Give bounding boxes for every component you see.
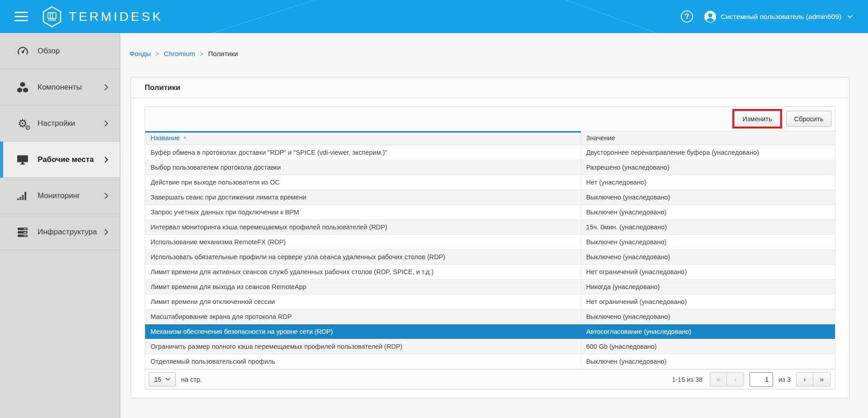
table-row[interactable]: Буфер обмена в протоколах доставки "RDP"… [145, 145, 835, 160]
policy-name-cell: Лимит времени для выхода из сеансов Remo… [145, 280, 581, 294]
table-row[interactable]: Использование механизма RemoteFX (RDP) В… [145, 235, 835, 250]
dashboard-icon [15, 45, 30, 57]
policy-name-cell: Завершать сеанс при достижении лимита вр… [145, 190, 581, 204]
next-page-button[interactable]: › [796, 372, 813, 386]
user-label: Системный пользователь (admin609) [721, 13, 841, 21]
chevron-right-icon [103, 228, 110, 236]
sidebar-item-overview[interactable]: Обзор [0, 33, 120, 69]
policy-name-cell: Механизм обеспечения безопасности на уро… [145, 324, 581, 339]
sidebar-item-infrastructure[interactable]: Инфраструктура [0, 214, 120, 250]
table-row[interactable]: Интервал мониторинга кэша перемещаемых п… [145, 220, 835, 235]
policy-name-cell: Буфер обмена в протоколах доставки "RDP"… [145, 145, 581, 160]
policy-value-cell: Выключено (унаследовано) [581, 309, 835, 324]
servers-icon [15, 226, 30, 238]
policy-name-cell: Запрос учётных данных при подключении к … [145, 205, 581, 219]
policy-value-cell: Выключен (унаследовано) [581, 354, 835, 369]
highlight-annotation: Изменить [732, 109, 782, 128]
page-number-input[interactable] [750, 372, 773, 387]
table-row[interactable]: Лимит времени для активных сеансов служб… [145, 265, 835, 280]
help-button[interactable]: ? [681, 10, 693, 23]
sidebar-item-label: Рабочие места [38, 155, 103, 164]
gears-icon: ⚙⚙ [15, 118, 30, 129]
table-header-row: Название ^ Значение [145, 131, 835, 145]
policy-name-cell: Интервал мониторинга кэша перемещаемых п… [145, 220, 581, 234]
breadcrumb-link-chromium[interactable]: Chromium [164, 50, 195, 57]
page-size-select[interactable]: 15 [149, 372, 176, 386]
sidebar-item-settings[interactable]: ⚙⚙ Настройки [0, 105, 120, 142]
table-row[interactable]: Запрос учётных данных при подключении к … [145, 205, 835, 220]
chevron-down-icon [165, 378, 170, 381]
policy-value-cell: Выключено (унаследовано) [581, 250, 835, 264]
chevron-right-icon [103, 84, 110, 91]
user-menu[interactable]: Системный пользователь (admin609) [704, 10, 853, 23]
policy-value-cell: Нет (унаследовано) [581, 175, 835, 190]
table-row[interactable]: Отделяемый пользовательский профиль Выкл… [145, 354, 835, 369]
cubes-icon [15, 81, 30, 93]
policies-card: Политики Изменить Сбросить Название ^ Зн… [131, 77, 849, 398]
table-row[interactable]: Завершать сеанс при достижении лимита вр… [145, 190, 835, 205]
brand: TERMIDESK [42, 6, 163, 28]
table-row[interactable]: Лимит времени для отключенной сессии Нет… [145, 294, 835, 309]
policies-panel: Изменить Сбросить Название ^ Значение Бу… [145, 106, 835, 390]
policy-name-cell: Лимит времени для активных сеансов служб… [145, 265, 581, 279]
policy-value-cell: Нет ограничений (унаследовано) [581, 294, 835, 309]
policy-value-cell: Выключен (унаследовано) [581, 235, 835, 249]
sidebar-item-monitoring[interactable]: Мониторинг [0, 178, 120, 214]
monitor-icon [15, 154, 30, 166]
bar-chart-icon [15, 190, 30, 202]
policy-name-cell: Отделяемый пользовательский профиль [145, 354, 581, 369]
column-header-name[interactable]: Название ^ [145, 131, 581, 145]
breadcrumb-separator: > [156, 50, 160, 57]
last-page-button[interactable]: » [813, 372, 830, 386]
user-avatar-icon [704, 10, 717, 23]
breadcrumb-current: Политики [208, 50, 238, 57]
per-page-label: на стр. [181, 376, 202, 383]
edit-button[interactable]: Изменить [734, 111, 780, 127]
chevron-right-icon [103, 120, 110, 127]
policy-name-cell: Действие при выходе пользователя из ОС [145, 175, 581, 190]
table-row[interactable]: Лимит времени для выхода из сеансов Remo… [145, 280, 835, 294]
sidebar-item-label: Настройки [38, 119, 103, 128]
sidebar-item-label: Инфраструктура [38, 228, 103, 237]
card-title: Политики [131, 77, 849, 98]
breadcrumb: Фонды > Chromium > Политики [129, 50, 238, 57]
menu-toggle-button[interactable] [14, 9, 28, 24]
table-row[interactable]: Механизм обеспечения безопасности на уро… [145, 324, 835, 339]
policies-toolbar: Изменить Сбросить [145, 107, 835, 131]
chevron-right-icon [103, 156, 110, 163]
sidebar: Обзор Компоненты ⚙⚙ Настройки Рабочие ме… [0, 33, 120, 418]
sidebar-item-workplaces[interactable]: Рабочие места [0, 142, 120, 178]
sidebar-item-components[interactable]: Компоненты [0, 69, 120, 105]
policy-name-cell: Лимит времени для отключенной сессии [145, 294, 581, 309]
policy-name-cell: Выбор пользователем протокола доставки [145, 160, 581, 175]
brand-title: TERMIDESK [69, 10, 163, 24]
table-row[interactable]: Использовать обязательные профили на сер… [145, 250, 835, 265]
chevron-down-icon [847, 15, 853, 19]
range-label: 1-15 из 38 [672, 376, 703, 383]
pagination-bar: 15 на стр. 1-15 из 38 « ‹ из 3 › [145, 369, 835, 389]
termidesk-logo-icon [42, 6, 62, 28]
sidebar-item-label: Обзор [38, 47, 110, 56]
sidebar-item-label: Компоненты [38, 83, 103, 92]
breadcrumb-link-pools[interactable]: Фонды [129, 50, 151, 57]
breadcrumb-separator: > [200, 50, 204, 57]
policy-name-cell: Ограничить размер полного кэша перемещае… [145, 339, 581, 354]
sort-ascending-icon: ^ [184, 135, 186, 142]
policy-value-cell: Автосогласование (унаследовано) [581, 324, 835, 339]
table-row[interactable]: Выбор пользователем протокола доставки Р… [145, 160, 835, 175]
policy-value-cell: Выключено (унаследовано) [581, 190, 835, 204]
policy-value-cell: Разрешено (унаследовано) [581, 160, 835, 175]
column-header-value[interactable]: Значение [581, 131, 835, 145]
reset-button[interactable]: Сбросить [786, 111, 831, 127]
first-page-button[interactable]: « [710, 372, 727, 386]
table-row[interactable]: Действие при выходе пользователя из ОС Н… [145, 175, 835, 190]
policy-value-cell: Нет ограничений (унаследовано) [581, 265, 835, 279]
policy-name-cell: Использование механизма RemoteFX (RDP) [145, 235, 581, 249]
policy-table-body: Буфер обмена в протоколах доставки "RDP"… [145, 145, 835, 369]
policy-name-cell: Использовать обязательные профили на сер… [145, 250, 581, 264]
main-content: Фонды > Chromium > Политики Политики Изм… [121, 33, 868, 418]
prev-page-button[interactable]: ‹ [727, 372, 744, 386]
table-row[interactable]: Ограничить размер полного кэша перемещае… [145, 339, 835, 354]
chevron-right-icon [103, 192, 110, 200]
table-row[interactable]: Масштабирование экрана для протокола RDP… [145, 309, 835, 324]
